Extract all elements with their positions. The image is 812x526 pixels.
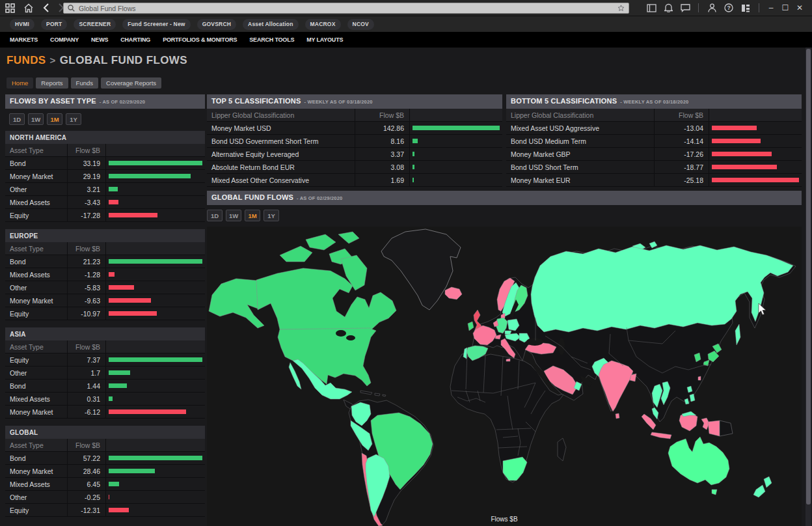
menu-news[interactable]: NEWS xyxy=(88,36,111,43)
bottom5-row-money-market-gbp[interactable]: Money Market GBP-17.26 xyxy=(506,148,802,161)
bottom5-row-mixed-asset-usd-aggressive[interactable]: Mixed Asset USD Aggressive-13.04 xyxy=(506,122,802,135)
profile-icon[interactable] xyxy=(703,3,720,12)
bottom5-row-bond-usd-short-term[interactable]: Bond USD Short Term-18.77 xyxy=(506,161,802,174)
messenger-icon[interactable] xyxy=(677,4,694,12)
country-alaska[interactable] xyxy=(209,279,264,328)
north-america-row-bond[interactable]: Bond33.19 xyxy=(5,157,205,170)
north-america-row-other[interactable]: Other3.21 xyxy=(5,183,205,196)
country-portugal[interactable] xyxy=(463,348,467,359)
asia-row-mixed-assets[interactable]: Mixed Assets0.31 xyxy=(5,393,205,406)
country-sri_lanka[interactable] xyxy=(616,413,619,419)
menu-charting[interactable]: CHARTING xyxy=(117,36,154,43)
country-canada[interactable] xyxy=(280,246,312,262)
help-icon[interactable]: ? xyxy=(720,3,737,12)
close-button[interactable]: ✕ xyxy=(792,3,807,12)
global-row-equity[interactable]: Equity-12.31 xyxy=(5,504,205,517)
bottom5-header: BOTTOM 5 CLASSIFICATIONS - WEEKLY AS OF … xyxy=(506,94,802,109)
europe-row-other[interactable]: Other-5.83 xyxy=(5,281,205,294)
asia-row-equity[interactable]: Equity7.37 xyxy=(5,353,205,367)
country-new_zealand[interactable] xyxy=(764,477,772,488)
country-png_west[interactable] xyxy=(708,421,720,436)
minimize-button[interactable]: – xyxy=(764,3,778,12)
map-range-1m[interactable]: 1M xyxy=(245,210,260,221)
europe-row-bond[interactable]: Bond21.23 xyxy=(5,255,205,268)
scrollbar-track[interactable] xyxy=(805,48,811,526)
app-grid-icon[interactable] xyxy=(0,3,20,13)
app-tab-port[interactable]: PORT xyxy=(41,19,67,30)
subtab-coverage-reports[interactable]: Coverage Reports xyxy=(101,77,161,89)
north-america-row-money-market[interactable]: Money Market29.19 xyxy=(5,170,205,183)
country-taiwan[interactable] xyxy=(698,376,701,380)
country-south_africa[interactable] xyxy=(503,457,527,480)
subtab-home[interactable]: Home xyxy=(7,77,33,89)
notifications-bell-icon[interactable] xyxy=(660,3,677,12)
asia-row-other[interactable]: Other1.7 xyxy=(5,367,205,380)
north-america-row-mixed-assets[interactable]: Mixed Assets-3.43 xyxy=(5,196,205,209)
global-row-money-market[interactable]: Money Market28.46 xyxy=(5,465,205,478)
asia-row-bond[interactable]: Bond1.44 xyxy=(5,380,205,393)
map-range-1w[interactable]: 1W xyxy=(226,210,241,221)
map-range-1d[interactable]: 1D xyxy=(207,210,223,221)
menu-company[interactable]: COMPANY xyxy=(47,36,82,43)
country-indonesia_java[interactable] xyxy=(651,432,671,439)
region-section-europe: EUROPEAsset TypeFlow $BBond21.23Mixed As… xyxy=(5,229,205,320)
subtab-funds[interactable]: Funds xyxy=(71,77,98,89)
top5-row-alternative-equity-leveraged[interactable]: Alternative Equity Leveraged3.37 xyxy=(207,148,502,161)
menu-portfolios-monitors[interactable]: PORTFOLIOS & MONITORS xyxy=(159,36,240,43)
menu-my-layouts[interactable]: MY LAYOUTS xyxy=(303,36,346,43)
country-australia[interactable] xyxy=(668,437,729,485)
global-row-other[interactable]: Other-0.25 xyxy=(5,491,205,504)
country-mexico[interactable] xyxy=(289,363,301,389)
flows-range-1w[interactable]: 1W xyxy=(28,113,44,125)
country-usa[interactable] xyxy=(278,328,376,386)
app-tab-govsrch[interactable]: GOVSRCH xyxy=(197,19,236,30)
subtab-reports[interactable]: Reports xyxy=(36,77,68,89)
maximize-button[interactable]: ☐ xyxy=(778,3,792,12)
directory-icon[interactable] xyxy=(643,4,660,12)
flows-range-1m[interactable]: 1M xyxy=(47,113,62,125)
top5-row-bond-usd-government-short-term[interactable]: Bond USD Government Short Term8.16 xyxy=(207,135,502,148)
country-tasmania[interactable] xyxy=(712,490,717,495)
country-indonesia_sumatra[interactable] xyxy=(642,414,656,430)
country-sakhalin[interactable] xyxy=(735,324,740,345)
country-canada[interactable] xyxy=(306,234,336,250)
app-tab-fund-screener-new[interactable]: Fund Screener - New xyxy=(122,19,190,30)
global-row-bond[interactable]: Bond57.22 xyxy=(5,452,205,465)
app-tab-macrox[interactable]: MACROX xyxy=(305,19,341,30)
back-icon[interactable] xyxy=(38,3,53,12)
app-tab-asset-allocation[interactable]: Asset Allocation xyxy=(243,19,298,30)
favorite-star-icon[interactable] xyxy=(617,5,625,12)
scrollbar-thumb[interactable] xyxy=(806,49,811,505)
country-ireland[interactable] xyxy=(468,322,474,331)
flows-range-1y[interactable]: 1Y xyxy=(66,113,81,125)
map-range-1y[interactable]: 1Y xyxy=(264,210,279,221)
europe-row-equity[interactable]: Equity-10.97 xyxy=(5,307,205,320)
country-canada[interactable] xyxy=(338,232,359,243)
europe-row-money-market[interactable]: Money Market-9.63 xyxy=(5,294,205,307)
country-india[interactable] xyxy=(599,361,633,411)
app-tab-screener[interactable]: SCREENER xyxy=(74,19,116,30)
bottom5-row-bond-usd-medium-term[interactable]: Bond USD Medium Term-14.14 xyxy=(506,135,802,148)
home-icon[interactable] xyxy=(20,3,38,13)
country-italy[interactable] xyxy=(506,359,510,361)
app-tab-ncov[interactable]: NCOV xyxy=(347,19,374,30)
bottom5-row-money-market-eur[interactable]: Money Market EUR-25.18 xyxy=(506,174,802,187)
country-canada[interactable] xyxy=(256,268,396,329)
search-input[interactable]: Global Fund Flows xyxy=(63,3,629,14)
top5-row-mixed-asset-other-conservative[interactable]: Mixed Asset Other Conservative1.69 xyxy=(207,174,502,187)
world-map[interactable] xyxy=(207,227,802,526)
asia-row-money-market[interactable]: Money Market-6.12 xyxy=(5,406,205,419)
country-new_zealand[interactable] xyxy=(753,485,765,497)
north-america-row-equity[interactable]: Equity-17.28 xyxy=(5,209,205,222)
menu-search-tools[interactable]: SEARCH TOOLS xyxy=(246,36,297,43)
top5-row-absolute-return-bond-eur[interactable]: Absolute Return Bond EUR3.08 xyxy=(207,161,502,174)
flows-range-1d[interactable]: 1D xyxy=(9,113,25,125)
layout-icon[interactable] xyxy=(737,4,754,12)
global-row-mixed-assets[interactable]: Mixed Assets6.45 xyxy=(5,478,205,491)
top5-row-money-market-usd[interactable]: Money Market USD142.86 xyxy=(207,122,502,135)
menu-markets[interactable]: MARKETS xyxy=(7,36,41,43)
country-iceland[interactable] xyxy=(445,287,462,299)
breadcrumb-root[interactable]: FUNDS xyxy=(7,54,46,66)
europe-row-mixed-assets[interactable]: Mixed Assets-1.28 xyxy=(5,268,205,281)
app-tab-hvmi[interactable]: HVMI xyxy=(10,19,34,30)
